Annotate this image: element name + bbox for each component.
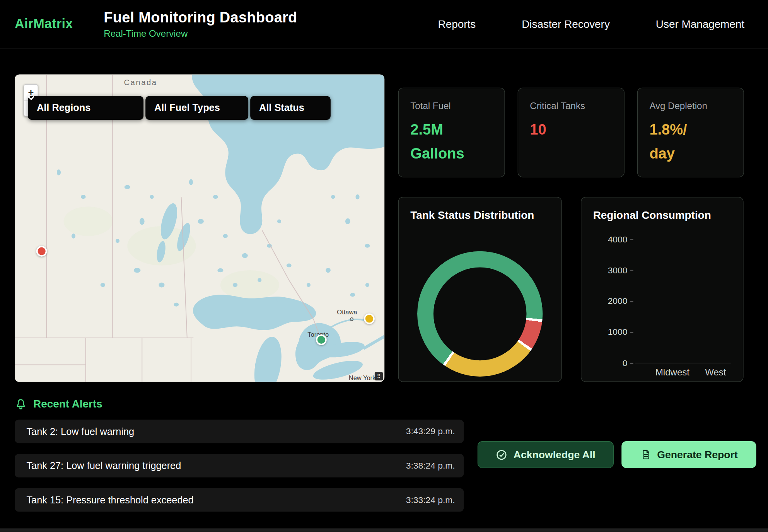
charts-row: Tank Status Distribution Regional Consum… xyxy=(398,197,744,382)
stat-label: Total Fuel xyxy=(410,101,493,112)
nav-reports[interactable]: Reports xyxy=(438,18,476,31)
fuel-type-filter-dropdown[interactable]: All Fuel Types xyxy=(145,96,248,120)
tank-marker-normal[interactable] xyxy=(316,334,327,345)
footer-strip xyxy=(0,529,768,532)
recent-alerts-section: Recent Alerts Tank 2: Low fuel warning 3… xyxy=(15,392,756,512)
map-filter-bar: All Regions All Fuel Types All Status xyxy=(28,96,331,120)
generate-report-label: Generate Report xyxy=(657,449,737,460)
alerts-title: Recent Alerts xyxy=(33,397,102,410)
y-axis-tick: 4000 xyxy=(608,235,633,244)
alert-message: Tank 15: Pressure threshold exceeded xyxy=(26,494,193,506)
alert-time: 3:33:24 p.m. xyxy=(406,495,455,505)
stat-label: Critical Tanks xyxy=(530,101,612,112)
tank-marker-critical[interactable] xyxy=(36,246,47,257)
regional-consumption-chart: 01000200030004000 MidwestWest xyxy=(593,239,731,378)
map-resize-handle[interactable]: ⠿ xyxy=(375,372,383,381)
bar-tick-label: West xyxy=(708,367,723,378)
alert-row: Tank 27: Low fuel warning triggered 3:38… xyxy=(15,454,464,477)
y-axis-tick: 2000 xyxy=(608,297,633,306)
alert-time: 3:43:29 p.m. xyxy=(406,426,455,437)
bar-columns xyxy=(635,239,731,363)
tank-status-card: Tank Status Distribution xyxy=(398,197,562,382)
page-subtitle: Real-Time Overview xyxy=(104,28,297,39)
alert-time: 3:38:24 p.m. xyxy=(406,460,455,471)
bar-y-axis: 01000200030004000 xyxy=(593,239,633,363)
stat-card-avg-depletion: Avg Depletion 1.8%/ day xyxy=(637,88,744,177)
bar-tick-label: Midwest xyxy=(665,367,680,378)
tank-status-donut xyxy=(417,251,543,377)
alert-row: Tank 2: Low fuel warning 3:43:29 p.m. xyxy=(15,419,464,443)
nav-disaster-recovery[interactable]: Disaster Recovery xyxy=(522,18,610,31)
page-title: Fuel Monitoring Dashboard xyxy=(104,9,297,26)
map-label-ottawa: Ottawa xyxy=(337,309,357,315)
status-filter-dropdown[interactable]: All Status xyxy=(250,96,331,120)
alert-message: Tank 2: Low fuel warning xyxy=(26,426,134,437)
fuel-type-filter-label: All Fuel Types xyxy=(154,102,220,114)
y-axis-tick: 3000 xyxy=(608,266,633,275)
stat-card-critical-tanks: Critical Tanks 10 xyxy=(518,88,625,177)
brand-logo: AirMatrix xyxy=(15,17,73,32)
nav-user-management[interactable]: User Management xyxy=(656,18,744,31)
alert-list: Tank 2: Low fuel warning 3:43:29 p.m. Ta… xyxy=(15,419,464,512)
bell-icon xyxy=(15,398,27,410)
stats-row: Total Fuel 2.5M Gallons Critical Tanks 1… xyxy=(398,88,744,177)
donut-hole xyxy=(433,268,527,361)
stat-value: 2.5M Gallons xyxy=(410,118,476,165)
acknowledge-all-button[interactable]: Acknowledge All xyxy=(478,441,614,468)
app-header: AirMatrix Fuel Monitoring Dashboard Real… xyxy=(0,0,768,49)
stat-label: Avg Depletion xyxy=(649,101,732,112)
regions-filter-label: All Regions xyxy=(37,102,90,114)
stat-value: 10 xyxy=(530,118,596,142)
y-axis-tick: 0 xyxy=(623,359,633,368)
map-label-new-york: New York xyxy=(349,374,376,381)
chart-title: Regional Consumption xyxy=(593,209,731,222)
bar-plot: MidwestWest xyxy=(635,239,731,378)
title-block: Fuel Monitoring Dashboard Real-Time Over… xyxy=(104,9,297,39)
y-axis-tick: 1000 xyxy=(608,328,633,337)
regions-filter-dropdown[interactable]: All Regions xyxy=(28,96,143,120)
stat-value: 1.8%/ day xyxy=(649,118,715,165)
top-nav: Reports Disaster Recovery User Managemen… xyxy=(438,18,768,31)
tank-marker-warning[interactable] xyxy=(364,314,375,324)
map-label-canada: Canada xyxy=(124,78,157,87)
status-filter-label: All Status xyxy=(259,102,304,114)
stat-card-total-fuel: Total Fuel 2.5M Gallons xyxy=(398,88,505,177)
generate-report-button[interactable]: Generate Report xyxy=(621,441,756,468)
acknowledge-all-label: Acknowledge All xyxy=(514,449,596,460)
alert-row: Tank 15: Pressure threshold exceeded 3:3… xyxy=(15,488,464,512)
document-icon xyxy=(640,449,651,460)
alert-message: Tank 27: Low fuel warning triggered xyxy=(26,460,181,471)
bar-labels: MidwestWest xyxy=(635,367,731,378)
alerts-header: Recent Alerts xyxy=(15,397,756,410)
map-canvas: Canada Ottawa Toronto New York xyxy=(15,75,384,382)
fuel-map[interactable]: Canada Ottawa Toronto New York + − All R… xyxy=(15,75,384,382)
chart-title: Tank Status Distribution xyxy=(410,209,550,222)
check-circle-icon xyxy=(496,449,507,460)
bar-tick-label xyxy=(687,367,701,378)
alert-actions: Acknowledge All Generate Report xyxy=(478,441,756,468)
regional-consumption-card: Regional Consumption 01000200030004000 M… xyxy=(581,197,743,382)
dashboard-root: AirMatrix Fuel Monitoring Dashboard Real… xyxy=(0,0,768,532)
